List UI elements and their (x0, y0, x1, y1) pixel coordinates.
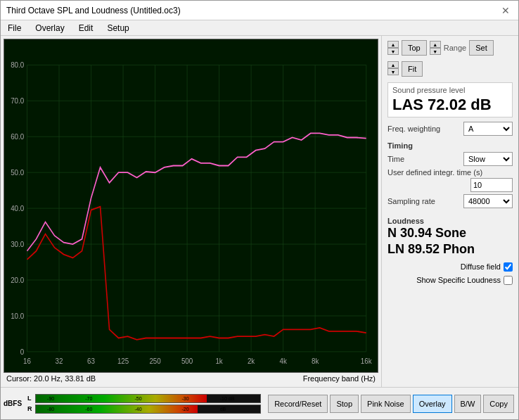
title-bar: Third Octave SPL and Loudness (Untitled.… (1, 1, 518, 20)
menu-file[interactable]: File (4, 23, 25, 34)
sampling-label: Sampling rate (387, 197, 435, 205)
main-window: Third Octave SPL and Loudness (Untitled.… (0, 0, 519, 420)
time-select[interactable]: Slow Fast (463, 152, 513, 166)
range-label: Range (444, 44, 466, 52)
top-controls: ▲ ▼ Top ▲ ▼ Range Set (387, 40, 513, 56)
timing-title: Timing (387, 141, 513, 150)
svg-rect-0 (4, 39, 378, 372)
svg-text:40.0: 40.0 (11, 204, 24, 212)
freq-band-label: Frequency band (Hz) (303, 374, 376, 383)
window-title: Third Octave SPL and Loudness (Untitled.… (6, 6, 181, 15)
svg-text:60.0: 60.0 (11, 132, 24, 141)
set-button[interactable]: Set (469, 40, 494, 56)
top-up-btn[interactable]: ▲ (387, 41, 399, 48)
svg-text:16k: 16k (361, 357, 372, 365)
show-specific-checkbox[interactable] (504, 276, 513, 285)
sampling-row: Sampling rate 48000 44100 (387, 194, 513, 208)
fit-up-btn[interactable]: ▲ (387, 61, 399, 68)
svg-text:2k: 2k (248, 357, 255, 365)
r-label: R (27, 405, 33, 412)
diffuse-label: Diffuse field (461, 262, 501, 271)
spl-section: Sound pressure level LAS 72.02 dB (387, 82, 513, 117)
svg-text:4k: 4k (279, 357, 287, 365)
pink-noise-button[interactable]: Pink Noise (361, 395, 411, 413)
user-integr-row: User defined integr. time (s) (387, 168, 513, 192)
svg-text:125: 125 (117, 357, 129, 365)
freq-weighting-label: Freq. weighting (387, 125, 440, 133)
svg-text:80.0: 80.0 (11, 61, 24, 70)
menu-setup[interactable]: Setup (103, 23, 133, 34)
svg-text:30.0: 30.0 (11, 240, 24, 248)
svg-text:250: 250 (149, 357, 160, 365)
range-down-btn[interactable]: ▼ (430, 48, 441, 55)
svg-text:32: 32 (56, 357, 63, 365)
svg-text:50.0: 50.0 (11, 168, 24, 177)
copy-button[interactable]: Copy (483, 395, 514, 413)
svg-text:16: 16 (23, 357, 31, 365)
range-up-btn[interactable]: ▲ (430, 41, 441, 48)
fit-spin-group: ▲ ▼ (387, 61, 399, 77)
time-label: Time (387, 155, 404, 163)
chart-svg: 80.0 70.0 60.0 50.0 40.0 30.0 20.0 10.0 … (4, 39, 378, 372)
svg-text:1k: 1k (215, 357, 223, 365)
chart-container: Third octave SPL dB ARTA (4, 39, 378, 373)
chart-footer: Cursor: 20.0 Hz, 33.81 dB Frequency band… (4, 373, 378, 384)
time-row: Time Slow Fast (387, 152, 513, 166)
svg-text:500: 500 (181, 357, 193, 365)
menu-overlay[interactable]: Overlay (31, 23, 68, 34)
loudness-title: Loudness (387, 217, 513, 225)
loudness-value-line2: LN 89.52 Phon (387, 241, 513, 257)
loudness-section: Loudness N 30.94 Sone LN 89.52 Phon (387, 215, 513, 258)
bw-button[interactable]: B/W (454, 395, 482, 413)
close-button[interactable]: ✕ (499, 4, 513, 18)
svg-text:63: 63 (87, 357, 95, 365)
user-integr-input[interactable] (470, 178, 513, 192)
overlay-button[interactable]: Overlay (413, 395, 452, 413)
freq-row: Freq. weighting A C Z (387, 122, 513, 136)
svg-text:0: 0 (20, 348, 25, 356)
cursor-text: Cursor: 20.0 Hz, 33.81 dB (6, 374, 96, 383)
top-spin-group: ▲ ▼ (387, 41, 399, 55)
svg-text:70.0: 70.0 (11, 96, 24, 105)
stop-button[interactable]: Stop (330, 395, 359, 413)
range-spin-group: ▲ ▼ (430, 41, 441, 55)
svg-text:8k: 8k (312, 357, 319, 365)
main-content: Third octave SPL dB ARTA (1, 36, 518, 387)
show-specific-row: Show Specific Loudness (387, 276, 513, 285)
menu-bar: File Overlay Edit Setup (1, 20, 518, 36)
diffuse-row: Diffuse field (387, 262, 513, 272)
loudness-value-line1: N 30.94 Sone (387, 225, 513, 241)
action-buttons: Record/Reset Stop Pink Noise Overlay B/W… (264, 388, 518, 419)
bottom-strip: dBFS L -90 -70 -50 -30 -10 dB (1, 387, 518, 419)
menu-edit[interactable]: Edit (75, 23, 98, 34)
record-reset-button[interactable]: Record/Reset (268, 395, 328, 413)
freq-weighting-select[interactable]: A C Z (463, 122, 513, 136)
fit-button[interactable]: Fit (402, 61, 423, 77)
diffuse-checkbox[interactable] (504, 262, 513, 272)
top-down-btn[interactable]: ▼ (387, 48, 399, 55)
l-label: L (27, 395, 33, 402)
top-button[interactable]: Top (402, 40, 427, 56)
spl-value: LAS 72.02 dB (392, 96, 508, 114)
svg-text:20.0: 20.0 (11, 276, 24, 284)
user-integr-label: User defined integr. time (s) (387, 168, 513, 177)
fit-down-btn[interactable]: ▼ (387, 68, 399, 75)
spl-title: Sound pressure level (392, 86, 508, 94)
chart-area: Third octave SPL dB ARTA (1, 36, 381, 387)
svg-text:10.0: 10.0 (11, 312, 24, 320)
show-specific-label: Show Specific Loudness (416, 276, 501, 284)
sampling-select[interactable]: 48000 44100 (463, 194, 513, 208)
timing-section: Timing Time Slow Fast User defined integ… (387, 140, 513, 210)
right-panel: ▲ ▼ Top ▲ ▼ Range Set ▲ ▼ Fit (381, 36, 518, 387)
dbfs-label: dBFS (1, 388, 25, 419)
